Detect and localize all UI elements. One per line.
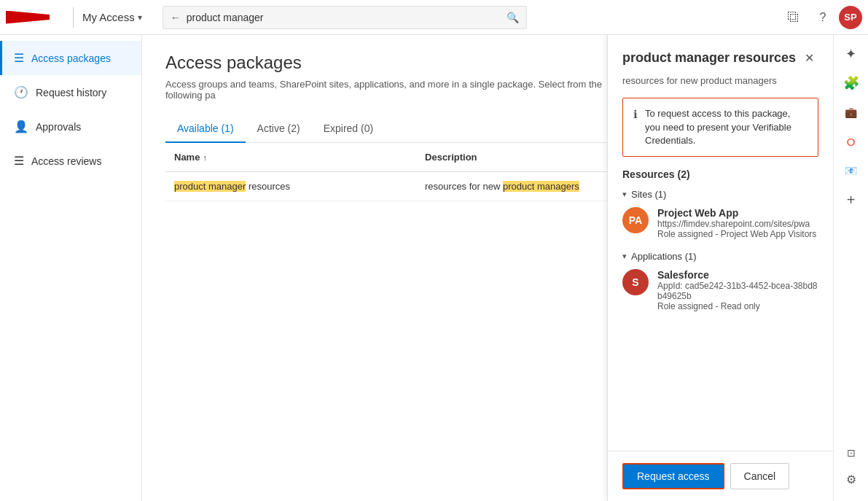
puzzle-icon: 🧩 [843,75,859,91]
salesforce-appid: AppId: cad5e242-31b3-4452-bcea-38bd8b496… [657,281,818,301]
salesforce-item: S Salesforce AppId: cad5e242-31b3-4452-b… [622,269,818,311]
extensions-icon: ✦ [845,46,856,62]
cell-name: product manager resources [165,172,416,201]
sites-section-label: Sites (1) [631,189,666,200]
panel-body: Resources (2) ▾ Sites (1) PA Project Web… [608,168,833,451]
project-web-app-initials: PA [629,214,642,226]
salesforce-name: Salesforce [657,269,818,281]
desc-highlight: product managers [503,181,579,192]
name-highlight: product manager [174,181,246,192]
sidebar-item-approvals[interactable]: 👤 Approvals [0,109,141,144]
access-reviews-icon: ☰ [14,154,24,168]
sidebar-item-label: Access reviews [31,155,101,167]
salesforce-info: Salesforce AppId: cad5e242-31b3-4452-bce… [657,269,818,311]
request-history-icon: 🕐 [14,85,28,99]
search-input[interactable] [187,12,501,23]
avatar-initials: SP [844,12,856,23]
expand-icon: ⊡ [847,447,856,459]
tab-available[interactable]: Available (1) [165,115,246,143]
briefcase-icon: 💼 [845,106,857,118]
salesforce-initials: S [632,276,638,288]
panel-header: product manager resources ✕ [608,35,833,75]
settings-icon-button[interactable]: ⚙ [838,466,864,492]
apps-section-header[interactable]: ▾ Applications (1) [622,251,818,262]
sort-up-icon: ↑ [203,153,207,162]
main-content: Access packages Access groups and teams,… [142,35,833,501]
gear-icon: ⚙ [846,473,856,486]
panel-alert: ℹ To request access to this package, you… [622,98,818,157]
briefcase-icon-button[interactable]: 💼 [838,99,864,125]
salesforce-avatar: S [622,269,649,295]
apps-section: ▾ Applications (1) S Salesforce AppId: c… [622,251,818,311]
panel-close-button[interactable]: ✕ [800,50,818,66]
topbar-title[interactable]: My Access ▾ [82,11,142,23]
col-name: Name ↑ [165,143,416,172]
logo [6,7,64,28]
col-name-label: Name [174,152,200,163]
apps-section-label: Applications (1) [631,251,697,262]
salesforce-role: Role assigned - Read only [657,301,818,311]
sidebar-item-request-history[interactable]: 🕐 Request history [0,75,141,109]
add-icon-button[interactable]: + [838,187,864,213]
sidebar-item-label: Approvals [36,121,81,133]
detail-panel: product manager resources ✕ resources fo… [607,35,833,501]
project-web-app-role: Role assigned - Project Web App Visitors [657,229,818,239]
search-bar: ← 🔍 [163,6,527,29]
outlook-icon-button[interactable]: 📧 [838,158,864,184]
sites-section-header[interactable]: ▾ Sites (1) [622,189,818,200]
avatar[interactable]: SP [839,6,862,29]
sidebar-item-label: Request history [36,87,106,98]
office-icon-button[interactable]: O [838,128,864,155]
tab-expired[interactable]: Expired (0) [312,115,385,143]
project-web-app-url: https://fimdev.sharepoint.com/sites/pwa [657,219,818,229]
project-web-app-avatar: PA [622,207,649,233]
project-web-app-name: Project Web App [657,207,818,219]
col-description-label: Description [425,152,477,163]
right-sidebar: ✦ 🧩 💼 O 📧 + ⊡ ⚙ [833,35,868,501]
app-body: ☰ Access packages 🕐 Request history 👤 Ap… [0,35,868,501]
access-packages-icon: ☰ [14,51,24,65]
panel-subtitle: resources for new product managers [608,75,833,98]
apps-chevron-icon: ▾ [622,252,627,261]
help-icon-button[interactable]: ? [810,4,836,31]
topbar-divider [73,7,74,28]
project-web-app-item: PA Project Web App https://fimdev.sharep… [622,207,818,239]
topbar-title-text: My Access [82,11,135,23]
sidebar-item-label: Access packages [31,53,111,64]
sidebar-item-access-reviews[interactable]: ☰ Access reviews [0,144,141,178]
topbar: My Access ▾ ← 🔍 ⿻ ? SP [0,0,868,35]
cancel-button[interactable]: Cancel [730,463,790,489]
panel-title: product manager resources [622,50,796,66]
extensions-icon-button[interactable]: ✦ [838,41,864,67]
add-icon: + [847,192,856,209]
sidebar: ☰ Access packages 🕐 Request history 👤 Ap… [0,35,142,501]
alert-text: To request access to this package, you n… [645,107,808,147]
sites-section: ▾ Sites (1) PA Project Web App https://f… [622,189,818,239]
request-access-button[interactable]: Request access [622,463,724,489]
expand-icon-button[interactable]: ⊡ [838,440,864,466]
help-icon: ? [820,11,826,24]
right-sidebar-bottom: ⊡ ⚙ [838,440,864,501]
outlook-icon: 📧 [845,165,857,176]
chevron-down-icon: ▾ [138,12,142,23]
people-icon-button[interactable]: ⿻ [781,4,807,31]
puzzle-icon-button[interactable]: 🧩 [838,70,864,96]
back-icon[interactable]: ← [171,12,181,23]
sort-name[interactable]: Name ↑ [174,152,407,163]
info-icon: ℹ [633,108,638,121]
people-icon: ⿻ [788,11,799,24]
page-description: Access groups and teams, SharePoint site… [165,79,617,101]
sidebar-item-access-packages[interactable]: ☰ Access packages [0,41,141,75]
topbar-right: ⿻ ? SP [781,4,862,31]
name-suffix: resources [246,181,290,192]
tab-active[interactable]: Active (2) [246,115,312,143]
project-web-app-info: Project Web App https://fimdev.sharepoin… [657,207,818,239]
search-icon[interactable]: 🔍 [507,12,519,23]
panel-footer: Request access Cancel [608,451,833,501]
logo-shape [6,11,50,24]
sites-chevron-icon: ▾ [622,190,627,199]
resources-header: Resources (2) [622,168,818,180]
office-icon: O [847,136,856,148]
desc-prefix: resources for new [425,181,503,192]
approvals-icon: 👤 [14,120,28,133]
